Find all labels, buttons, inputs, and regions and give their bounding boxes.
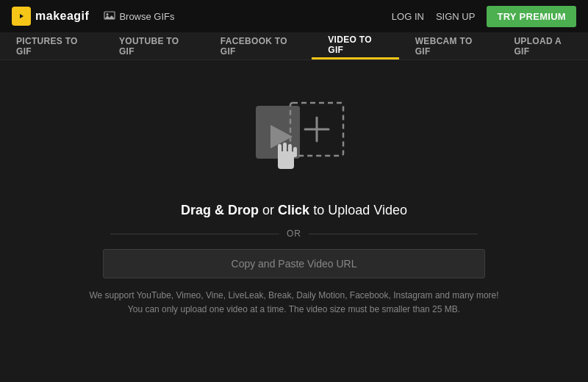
or-line-right — [309, 234, 478, 234]
header-right: LOG IN SIGN UP TRY PREMIUM — [392, 6, 576, 27]
logo[interactable]: makeagif — [12, 7, 89, 26]
image-icon — [104, 10, 115, 23]
svg-rect-12 — [283, 143, 287, 156]
svg-marker-4 — [104, 15, 115, 19]
logo-icon — [12, 7, 31, 26]
browse-gifs-button[interactable]: Browse GIFs — [104, 10, 174, 23]
header: makeagif Browse GIFs LOG IN SIGN UP TRY … — [0, 0, 588, 32]
upload-icon — [235, 90, 353, 188]
or-line-left — [110, 234, 279, 234]
nav-item-webcam-to-gif[interactable]: WEBCAM TO GIF — [399, 32, 498, 60]
main-content: Drag & Drop or Click to Upload Video OR … — [0, 60, 588, 331]
logo-text: makeagif — [35, 10, 89, 23]
drag-drop-or: or — [262, 203, 278, 217]
svg-point-3 — [107, 13, 109, 15]
support-line2: You can only upload one video at a time.… — [89, 303, 498, 317]
nav-item-youtube-to-gif[interactable]: YOUTUBE TO GIF — [103, 32, 204, 60]
svg-rect-14 — [293, 147, 297, 157]
or-label: OR — [287, 228, 301, 239]
url-input[interactable] — [103, 249, 485, 278]
support-line1: We support YouTube, Vimeo, Vine, LiveLea… — [89, 289, 498, 303]
drag-drop-bold: Drag & Drop — [181, 203, 259, 217]
svg-rect-11 — [278, 144, 282, 156]
svg-rect-13 — [288, 144, 292, 156]
nav-item-video-to-gif[interactable]: VIDEO TO GIF — [312, 32, 398, 60]
signup-link[interactable]: SIGN UP — [436, 11, 475, 22]
browse-gifs-label: Browse GIFs — [119, 11, 174, 22]
nav-item-pictures-to-gif[interactable]: PICTURES TO GIF — [0, 32, 103, 60]
url-input-container — [103, 249, 485, 278]
nav-item-upload-a-gif[interactable]: UPLOAD A GIF — [498, 32, 588, 60]
header-left: makeagif Browse GIFs — [12, 7, 175, 26]
drag-drop-click: Click — [278, 203, 309, 217]
login-link[interactable]: LOG IN — [392, 11, 424, 22]
support-text: We support YouTube, Vimeo, Vine, LiveLea… — [89, 289, 498, 317]
drag-drop-suffix: to Upload Video — [313, 203, 407, 217]
upload-area[interactable]: Drag & Drop or Click to Upload Video OR … — [15, 90, 573, 317]
nav-item-facebook-to-gif[interactable]: FACEBOOK TO GIF — [204, 32, 312, 60]
drag-drop-text: Drag & Drop or Click to Upload Video — [181, 203, 407, 218]
navigation: PICTURES TO GIF YOUTUBE TO GIF FACEBOOK … — [0, 32, 588, 60]
or-divider: OR — [110, 228, 478, 239]
try-premium-button[interactable]: TRY PREMIUM — [487, 6, 576, 27]
